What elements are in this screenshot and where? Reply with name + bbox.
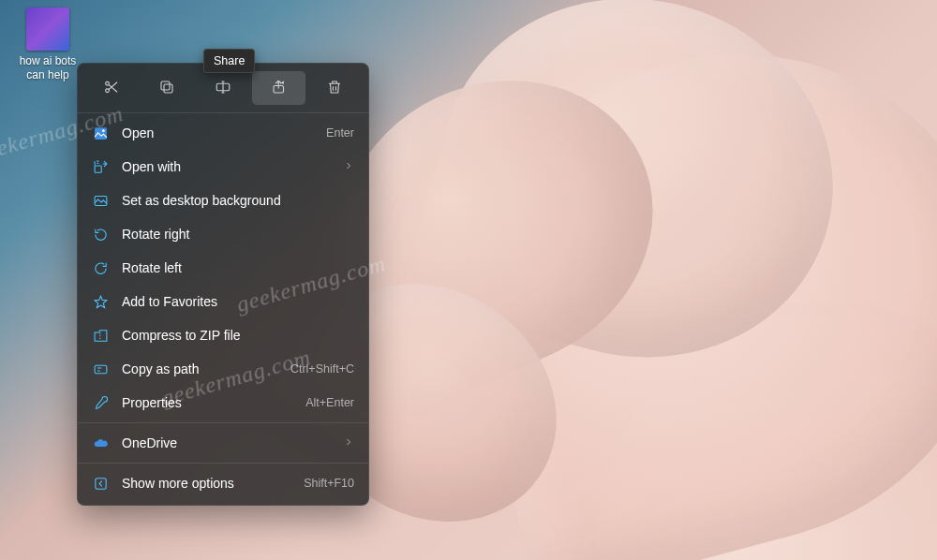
set-background-label: Set as desktop background: [122, 193, 354, 208]
open-with-label: Open with: [122, 159, 343, 174]
open-with-icon: [92, 158, 109, 175]
wallpaper-icon: [92, 192, 109, 209]
rotate-right-icon: [92, 226, 109, 243]
properties-shortcut: Alt+Enter: [305, 396, 354, 409]
rotate-left-icon: [92, 259, 109, 276]
quick-actions-row: [82, 68, 364, 110]
image-icon: [92, 125, 109, 141]
copy-button[interactable]: [141, 71, 195, 105]
onedrive-label: OneDrive: [122, 435, 343, 450]
menu-item-compress[interactable]: Compress to ZIP file: [82, 318, 364, 352]
rename-button[interactable]: [196, 71, 250, 105]
open-shortcut: Enter: [326, 126, 354, 140]
svg-rect-10: [95, 365, 107, 374]
menu-item-rotate-left[interactable]: Rotate left: [82, 251, 364, 285]
copy-icon: [158, 79, 175, 98]
share-button[interactable]: [252, 71, 306, 105]
show-more-shortcut: Shift+F10: [304, 477, 354, 490]
copy-path-label: Copy as path: [122, 361, 290, 376]
rotate-left-label: Rotate left: [122, 260, 354, 275]
menu-item-onedrive[interactable]: OneDrive: [82, 426, 364, 460]
svg-rect-8: [95, 166, 101, 172]
svg-rect-3: [164, 84, 172, 93]
copy-path-icon: [92, 361, 109, 377]
menu-item-copy-path[interactable]: Copy as path Ctrl+Shift+C: [82, 352, 364, 386]
svg-point-7: [101, 129, 104, 132]
image-thumbnail-icon: [26, 7, 69, 51]
share-tooltip: Share: [203, 49, 255, 73]
svg-rect-6: [95, 127, 107, 140]
svg-point-1: [105, 88, 109, 92]
svg-rect-11: [95, 478, 105, 488]
show-more-label: Show more options: [122, 476, 304, 491]
compress-label: Compress to ZIP file: [122, 328, 354, 343]
svg-point-0: [105, 81, 109, 85]
onedrive-icon: [92, 435, 109, 451]
menu-item-open[interactable]: Open Enter: [82, 116, 364, 150]
favorites-label: Add to Favorites: [122, 294, 354, 309]
cut-button[interactable]: [84, 71, 139, 105]
context-menu: Open Enter Open with Set as desktop back…: [77, 63, 369, 506]
menu-item-show-more[interactable]: Show more options Shift+F10: [82, 466, 364, 500]
menu-item-properties[interactable]: Properties Alt+Enter: [82, 386, 364, 420]
rotate-right-label: Rotate right: [122, 227, 354, 242]
chevron-right-icon: [343, 435, 354, 450]
menu-item-open-with[interactable]: Open with: [82, 150, 364, 184]
menu-item-rotate-right[interactable]: Rotate right: [82, 217, 364, 251]
desktop-file-icon[interactable]: how ai bots can help: [13, 7, 82, 83]
rename-icon: [215, 79, 231, 98]
share-icon: [271, 79, 288, 98]
open-label: Open: [122, 125, 326, 140]
trash-icon: [326, 79, 343, 98]
more-options-icon: [92, 475, 109, 492]
desktop-file-label: how ai bots can help: [13, 53, 82, 83]
copy-path-shortcut: Ctrl+Shift+C: [290, 362, 354, 376]
star-icon: [92, 293, 109, 310]
svg-rect-2: [161, 81, 170, 90]
zip-icon: [92, 327, 109, 344]
wrench-icon: [92, 394, 109, 411]
scissors-icon: [103, 79, 120, 98]
menu-item-set-background[interactable]: Set as desktop background: [82, 184, 364, 217]
properties-label: Properties: [122, 395, 305, 410]
menu-item-favorites[interactable]: Add to Favorites: [82, 285, 364, 318]
delete-button[interactable]: [307, 71, 362, 105]
chevron-right-icon: [343, 159, 354, 174]
